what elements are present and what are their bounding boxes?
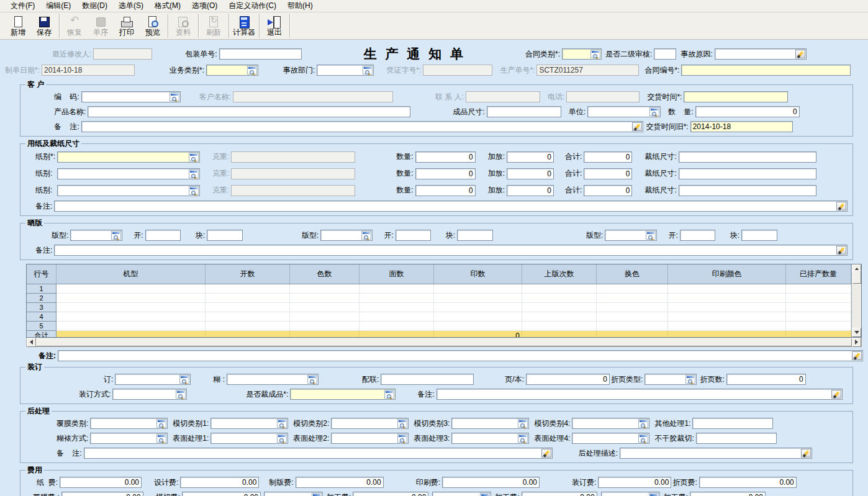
fold-type-field[interactable]	[644, 374, 697, 385]
grid-cell[interactable]	[57, 303, 206, 312]
grid-cell[interactable]	[668, 294, 786, 303]
contract-type-field[interactable]	[562, 48, 602, 60]
lookup-icon[interactable]	[685, 375, 695, 384]
menu-item-2[interactable]: 编辑(E)	[40, 0, 76, 12]
menu-item-3[interactable]: 数据(D)	[76, 0, 113, 12]
toolbar-button-exit[interactable]: 退出	[261, 14, 287, 38]
cut-finished-field[interactable]	[290, 389, 396, 400]
grid-cell[interactable]	[57, 294, 206, 303]
paper-type-field-2[interactable]	[57, 168, 200, 179]
grid-cell[interactable]	[786, 284, 851, 294]
scroll-right-icon[interactable]	[852, 338, 861, 347]
scroll-left-icon[interactable]	[27, 338, 36, 347]
grid-cell[interactable]	[597, 322, 668, 331]
grid-cell[interactable]	[522, 294, 597, 303]
scrollbar-thumb[interactable]	[36, 338, 852, 346]
surface2-field[interactable]	[331, 433, 409, 444]
collate-field[interactable]	[381, 374, 474, 385]
lookup-icon[interactable]	[189, 153, 199, 161]
contract-no-field[interactable]	[681, 65, 851, 76]
paper-total-field-3[interactable]: 0	[584, 185, 632, 196]
packing-no-field[interactable]	[219, 48, 302, 60]
grid-cell[interactable]	[206, 303, 290, 312]
grid-row-number[interactable]: 2	[27, 294, 57, 303]
plate-open-field-1[interactable]	[145, 230, 181, 241]
paper-cut-field-3[interactable]	[679, 185, 816, 196]
order-field[interactable]	[115, 374, 191, 385]
lookup-icon[interactable]	[111, 231, 121, 240]
lookup-icon[interactable]	[638, 419, 648, 428]
grid-cell[interactable]	[57, 312, 206, 322]
lookup-icon[interactable]	[649, 107, 659, 116]
grid-cell[interactable]	[522, 322, 597, 331]
grid-cell[interactable]	[290, 322, 359, 331]
grid-cell[interactable]	[434, 312, 522, 322]
lookup-icon[interactable]	[397, 419, 407, 428]
menu-item-8[interactable]: 帮助(H)	[282, 0, 319, 12]
grid-cell[interactable]	[597, 284, 668, 294]
lookup-icon[interactable]	[156, 419, 166, 428]
menu-item-1[interactable]: 文件(F)	[5, 0, 40, 12]
accident-reason-field[interactable]	[715, 48, 807, 60]
lookup-icon[interactable]	[397, 434, 407, 443]
process1-type-field[interactable]	[264, 492, 323, 496]
grid-remark-field[interactable]	[58, 350, 863, 361]
diecut-type1-field[interactable]	[210, 418, 288, 429]
grid-cell[interactable]	[597, 312, 668, 322]
edit-memo-icon[interactable]	[836, 246, 846, 255]
plate-remark-field[interactable]	[54, 245, 848, 256]
diecut-type4-field[interactable]	[572, 418, 649, 429]
plate-block-field-2[interactable]	[457, 230, 493, 241]
toolbar-button-preview[interactable]: 预览	[140, 14, 166, 38]
grid-cell[interactable]	[359, 294, 434, 303]
table-row[interactable]: 5	[27, 322, 851, 331]
unit-field[interactable]	[587, 106, 661, 117]
lookup-icon[interactable]	[179, 375, 189, 384]
edit-memo-icon[interactable]	[795, 50, 805, 58]
print-fee-field[interactable]: 0.00	[442, 477, 540, 488]
other-process1-field[interactable]	[692, 418, 773, 429]
toolbar-button-save[interactable]: 保存	[31, 14, 57, 38]
plate-block-field-3[interactable]	[741, 230, 777, 241]
grid-cell[interactable]	[57, 284, 206, 294]
scroll-down-icon[interactable]	[852, 328, 861, 337]
grid-cell[interactable]	[359, 312, 434, 322]
paper-type-field-1[interactable]	[57, 151, 200, 163]
lookup-icon[interactable]	[518, 419, 528, 428]
toolbar-button-print[interactable]: 打印	[114, 14, 140, 38]
lookup-icon[interactable]	[277, 434, 287, 443]
grid-row-number[interactable]: 4	[27, 312, 57, 322]
paper-qty-field-3[interactable]: 0	[415, 185, 476, 196]
binding-remark-field[interactable]	[436, 389, 843, 400]
grid-horizontal-scrollbar[interactable]	[26, 338, 862, 347]
grid-cell[interactable]	[359, 284, 434, 294]
grid-vertical-scrollbar[interactable]	[851, 264, 861, 337]
accident-dept-field[interactable]	[317, 65, 374, 76]
paper-total-field-2[interactable]: 0	[584, 168, 632, 179]
bind-method-field[interactable]	[112, 389, 187, 400]
paper-fee-field[interactable]: 0.00	[60, 477, 142, 488]
post-desc-field[interactable]	[620, 448, 812, 459]
grid-cell[interactable]	[522, 284, 597, 294]
grid-cell[interactable]	[786, 303, 851, 312]
paper-cut-field-1[interactable]	[679, 151, 816, 163]
grid-row-number[interactable]: 1	[27, 284, 57, 294]
menu-item-4[interactable]: 选单(S)	[113, 0, 149, 12]
product-size-field[interactable]	[487, 106, 561, 117]
plate-open-field-3[interactable]	[680, 230, 715, 241]
paper-add-field-1[interactable]: 0	[507, 151, 554, 163]
diecut-type3-field[interactable]	[451, 418, 529, 429]
pages-per-book-field[interactable]: 0	[526, 374, 610, 385]
lookup-icon[interactable]	[307, 375, 317, 384]
lookup-icon[interactable]	[361, 231, 371, 240]
grid-cell[interactable]	[290, 303, 359, 312]
customer-remark-field[interactable]	[81, 121, 643, 132]
diecut-type2-field[interactable]	[331, 418, 409, 429]
grid-cell[interactable]	[668, 312, 786, 322]
grid-cell[interactable]	[57, 322, 206, 331]
edit-memo-icon[interactable]	[632, 122, 642, 131]
delivery-time-old-field[interactable]: 2014-10-18	[690, 121, 793, 132]
fold-fee-field[interactable]: 0.00	[699, 477, 797, 488]
paper-add-field-2[interactable]: 0	[507, 168, 554, 179]
plate-block-field-1[interactable]	[207, 230, 243, 241]
